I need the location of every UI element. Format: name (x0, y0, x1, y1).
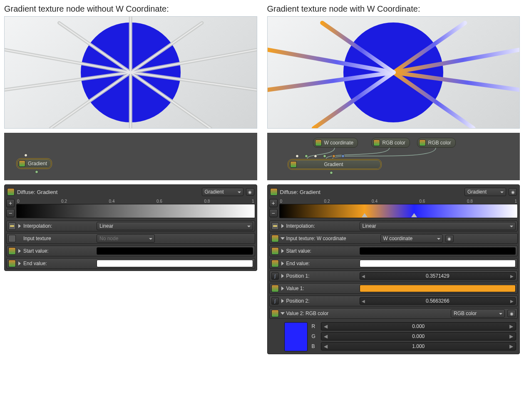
visibility-toggle[interactable] (246, 188, 254, 196)
row-icon (8, 247, 16, 255)
row-icon (8, 260, 16, 267)
rgb-subpanel: R ◀0.000▶ G ◀0.000▶ B ◀1.000▶ (269, 321, 518, 352)
collapse-icon[interactable] (281, 312, 285, 315)
visibility-toggle[interactable] (509, 188, 517, 196)
row-icon (271, 247, 279, 255)
node-graph-left[interactable]: Gradient (4, 133, 257, 180)
port[interactable] (314, 154, 317, 158)
interpolation-dropdown[interactable]: Linear (360, 222, 516, 230)
port[interactable] (323, 154, 326, 158)
value2-type-dropdown[interactable]: RGB color (451, 309, 505, 318)
row-icon (271, 260, 279, 267)
node-label: RGB color (382, 140, 405, 146)
end-value-swatch[interactable] (97, 260, 253, 267)
end-value-row: End value: (6, 258, 255, 269)
g-spinner[interactable]: ◀0.000▶ (321, 332, 517, 340)
start-value-label: Start value: (286, 248, 357, 254)
end-value-row: End value: (269, 258, 518, 269)
position1-row: ∫ Position 1: ◀ 0.3571429 ▶ (269, 271, 518, 281)
add-stop-button[interactable]: + (269, 199, 278, 207)
chevron-right-icon[interactable]: ▶ (510, 274, 514, 278)
caption-right: Gradient texture node with W Coordinate: (267, 4, 520, 14)
rgb-preview-swatch[interactable] (284, 322, 308, 351)
gradient-node-icon (290, 161, 297, 168)
output-port[interactable] (24, 154, 27, 157)
add-stop-button[interactable]: + (6, 199, 15, 207)
rays-left (5, 17, 257, 128)
node-w-coordinate[interactable]: W coordinate (313, 138, 358, 148)
channel-g-label: G (312, 333, 318, 339)
start-value-swatch[interactable] (97, 247, 253, 255)
position1-spinner[interactable]: ◀ 0.3571429 ▶ (360, 272, 516, 280)
value1-swatch[interactable] (360, 285, 516, 292)
input-texture-row: Input texture: W coordinate W coordinate (269, 233, 518, 244)
ramp-stop-1[interactable] (362, 213, 368, 218)
svg-line-27 (268, 72, 394, 91)
remove-stop-button[interactable]: − (6, 209, 15, 217)
input-port[interactable] (35, 170, 38, 174)
row-icon (8, 222, 16, 230)
svg-line-23 (393, 72, 519, 91)
chevron-left-icon[interactable]: ◀ (362, 299, 365, 303)
color-ramp[interactable] (16, 204, 255, 218)
row-icon (8, 235, 16, 242)
interpolation-label: Interpolation: (286, 223, 357, 229)
row-icon (271, 235, 279, 242)
port[interactable] (305, 154, 308, 158)
ramp-ticks: 00.20.40.60.81 (16, 199, 255, 204)
input-texture-dropdown[interactable]: W coordinate (380, 234, 443, 243)
output-port[interactable] (330, 171, 333, 174)
collapse-icon[interactable] (281, 237, 285, 240)
expand-icon[interactable] (281, 249, 284, 253)
r-spinner[interactable]: ◀0.000▶ (321, 322, 517, 331)
chevron-right-icon[interactable]: ▶ (510, 299, 514, 303)
expand-icon[interactable] (281, 224, 284, 228)
gradient-node-icon (19, 160, 25, 167)
interpolation-label: Interpolation: (23, 223, 94, 229)
value2-label: Value 2: RGB color (286, 311, 449, 316)
node-rgb-2[interactable]: RGB color (417, 138, 456, 148)
start-value-swatch[interactable] (360, 247, 516, 255)
port[interactable] (296, 154, 299, 158)
node-gradient[interactable]: Gradient (288, 159, 381, 169)
node-label: Gradient (324, 162, 343, 167)
remove-stop-button[interactable]: − (269, 209, 278, 217)
port[interactable] (332, 154, 335, 158)
interpolation-dropdown[interactable]: Linear (97, 222, 253, 230)
visibility-toggle[interactable] (445, 235, 454, 242)
node-label: Gradient (28, 161, 47, 167)
color-ramp[interactable] (279, 204, 518, 218)
node-type-dropdown[interactable]: Gradient (464, 188, 506, 196)
expand-icon[interactable] (18, 249, 21, 253)
channel-r-label: R (312, 323, 318, 329)
b-spinner[interactable]: ◀1.000▶ (321, 342, 517, 350)
start-value-row: Start value: (269, 246, 518, 256)
node-gradient[interactable]: Gradient (17, 159, 52, 169)
expand-icon[interactable] (281, 299, 284, 303)
node-rgb-1[interactable]: RGB color (371, 138, 410, 148)
expand-icon[interactable] (281, 274, 284, 278)
end-value-swatch[interactable] (360, 260, 516, 267)
ramp-stop-2[interactable] (411, 213, 417, 218)
row-icon: ∫ (271, 297, 279, 305)
end-value-label: End value: (286, 261, 357, 266)
interpolation-row: Interpolation: Linear (269, 221, 518, 231)
chevron-left-icon[interactable]: ◀ (362, 274, 365, 278)
expand-icon[interactable] (18, 224, 21, 228)
row-icon (271, 285, 279, 292)
port[interactable] (341, 154, 345, 158)
expand-icon[interactable] (18, 261, 21, 266)
visibility-toggle[interactable] (507, 310, 516, 317)
node-graph-right[interactable]: W coordinate RGB color RGB color Gradie (267, 133, 520, 180)
input-texture-row: Input texture No node (6, 233, 255, 244)
expand-icon[interactable] (281, 286, 284, 291)
position2-spinner[interactable]: ◀ 0.5663266 ▶ (360, 297, 516, 305)
input-texture-dropdown[interactable]: No node (97, 234, 155, 243)
position2-row: ∫ Position 2: ◀ 0.5663266 ▶ (269, 296, 518, 306)
channel-b-label: B (312, 343, 318, 349)
gradient-icon (270, 188, 278, 196)
node-label: W coordinate (324, 140, 354, 146)
expand-icon[interactable] (281, 261, 284, 266)
node-type-dropdown[interactable]: Gradient (202, 188, 243, 196)
row-icon: ∫ (271, 272, 279, 280)
